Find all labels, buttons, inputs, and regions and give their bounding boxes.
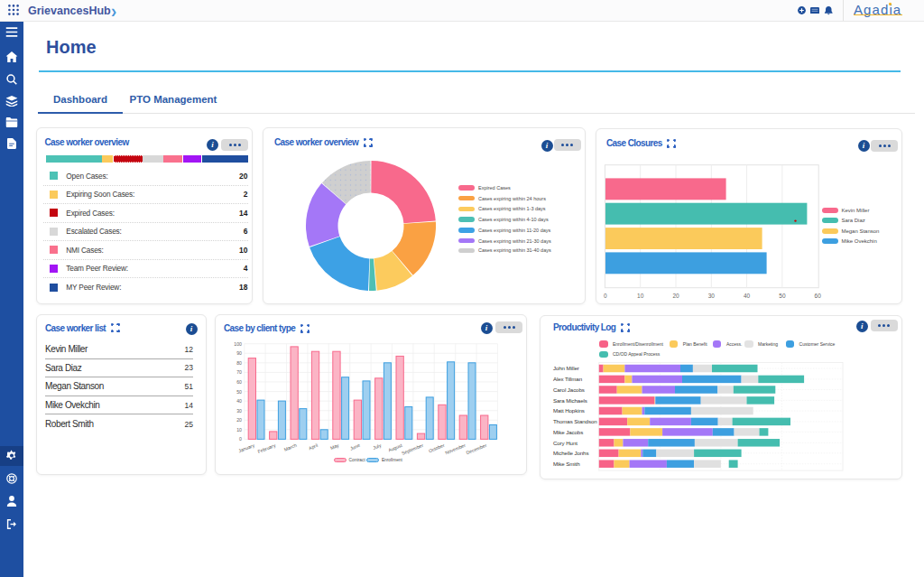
svg-text:February: February — [257, 442, 277, 454]
svg-text:December: December — [466, 442, 488, 456]
svg-text:100: 100 — [234, 341, 242, 347]
svg-text:50: 50 — [779, 293, 786, 299]
svg-text:50: 50 — [236, 389, 242, 395]
svg-text:March: March — [283, 442, 298, 452]
svg-text:Mike Jacobs: Mike Jacobs — [553, 429, 583, 435]
svg-text:90: 90 — [236, 350, 242, 356]
svg-text:Sara Michaels: Sara Michaels — [553, 397, 587, 404]
svg-text:Carol Jacobs: Carol Jacobs — [553, 386, 585, 393]
svg-text:80: 80 — [236, 360, 242, 366]
svg-text:20: 20 — [236, 417, 242, 423]
svg-text:30: 30 — [236, 408, 242, 414]
svg-text:30: 30 — [708, 293, 716, 299]
svg-text:Mike Smith: Mike Smith — [553, 461, 580, 467]
svg-text:October: October — [428, 442, 446, 454]
svg-text:60: 60 — [236, 379, 242, 385]
svg-text:0: 0 — [604, 293, 607, 299]
svg-text:May: May — [329, 442, 340, 451]
svg-text:November: November — [444, 442, 467, 456]
svg-text:John Miller: John Miller — [553, 365, 579, 371]
svg-text:April: April — [308, 442, 319, 451]
svg-text:July: July — [372, 442, 382, 451]
svg-text:20: 20 — [672, 293, 679, 299]
svg-text:Cory Hunt: Cory Hunt — [553, 440, 578, 446]
svg-text:10: 10 — [236, 427, 242, 433]
svg-text:June: June — [349, 442, 361, 451]
svg-text:60: 60 — [815, 293, 822, 299]
svg-text:September: September — [401, 442, 424, 456]
svg-text:Thomas Standson: Thomas Standson — [553, 418, 597, 424]
svg-text:40: 40 — [744, 293, 751, 299]
svg-text:Michelle Jonhs: Michelle Jonhs — [553, 450, 589, 456]
svg-text:Alex Tillman: Alex Tillman — [553, 376, 583, 382]
svg-text:70: 70 — [236, 369, 242, 375]
svg-text:0: 0 — [239, 436, 242, 442]
svg-text:10: 10 — [637, 293, 644, 299]
svg-text:40: 40 — [236, 398, 242, 404]
svg-text:January: January — [237, 442, 255, 454]
svg-text:Matt Hopkins: Matt Hopkins — [553, 407, 585, 414]
